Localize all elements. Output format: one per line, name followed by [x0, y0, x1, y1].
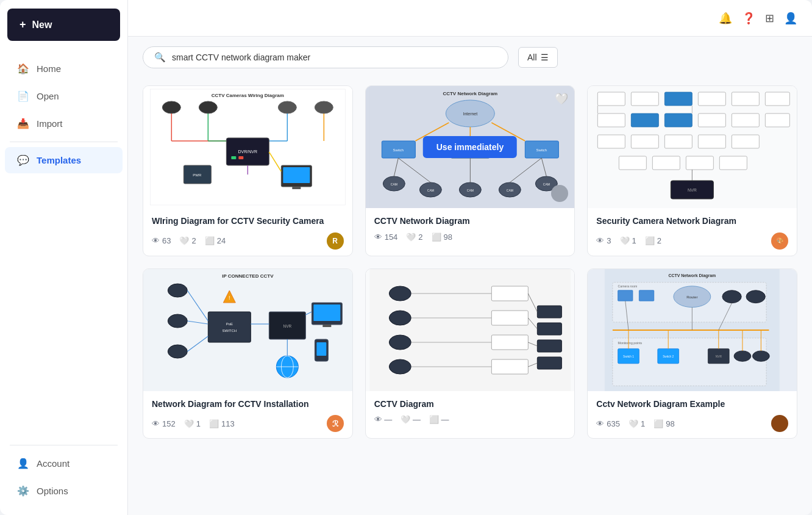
svg-text:CCTV Network Diagram: CCTV Network Diagram	[443, 91, 497, 96]
search-area: 🔍 All ☰	[128, 37, 812, 76]
svg-rect-91	[322, 325, 331, 327]
svg-rect-16	[238, 156, 243, 159]
svg-text:PWR: PWR	[193, 173, 202, 177]
views-stat-1: 👁 63	[152, 236, 171, 245]
search-input[interactable]	[172, 52, 497, 62]
views-stat-2: 👁 154	[374, 232, 398, 242]
sidebar-item-home[interactable]: 🏠 Home	[5, 56, 123, 82]
new-label: New	[32, 20, 52, 31]
template-title-1: WIring Diagram for CCTV Security Camera	[152, 215, 344, 228]
svg-rect-131	[639, 290, 654, 300]
svg-point-106	[389, 286, 411, 301]
template-stats-3: 👁 3 🤍 1 ⬜ 2	[596, 236, 661, 245]
new-button[interactable]: + New	[7, 9, 120, 41]
svg-point-107	[389, 311, 411, 325]
options-icon: ⚙️	[17, 485, 29, 497]
template-info-3: Security Camera Network Diagram 👁 3 🤍 1 …	[588, 208, 797, 256]
notification-icon[interactable]: 🔔	[719, 12, 732, 25]
svg-text:Internet: Internet	[463, 112, 477, 116]
svg-rect-57	[732, 92, 760, 106]
svg-point-2	[162, 101, 180, 113]
svg-rect-64	[766, 113, 790, 127]
views-stat-5: 👁 —	[374, 415, 393, 424]
sidebar-item-templates[interactable]: 💬 Templates	[5, 147, 123, 173]
svg-rect-56	[699, 92, 726, 106]
svg-rect-72	[686, 156, 714, 170]
use-immediately-button[interactable]: Use immediately	[423, 136, 518, 158]
copies-stat-3: ⬜ 2	[645, 236, 661, 245]
svg-rect-63	[732, 113, 760, 127]
svg-rect-55	[665, 92, 693, 106]
svg-point-5	[315, 101, 333, 113]
svg-rect-58	[766, 92, 790, 106]
template-card-6[interactable]: CCTV Network Diagram Camera room Router	[587, 268, 797, 439]
svg-text:Router: Router	[687, 294, 698, 298]
template-card-2[interactable]: CCTV Network Diagram Internet Switch Swi…	[365, 85, 575, 256]
svg-rect-15	[231, 156, 236, 159]
avatar-1: R	[327, 232, 344, 250]
svg-text:Switch: Switch	[536, 148, 547, 152]
svg-text:IP CONNECTED CCTV: IP CONNECTED CCTV	[222, 273, 274, 279]
svg-rect-71	[653, 156, 680, 170]
help-icon[interactable]: ❓	[742, 12, 755, 25]
views-stat-4: 👁 152	[152, 419, 176, 428]
template-thumb-2: CCTV Network Diagram Internet Switch Swi…	[366, 86, 575, 208]
template-info-4: Network Diagram for CCTV Installation 👁 …	[143, 391, 352, 439]
filter-button[interactable]: All ☰	[518, 47, 558, 68]
template-thumb-4: IP CONNECTED CCTV PoE SWITCH NVR	[143, 269, 352, 391]
sidebar-divider	[10, 142, 118, 142]
security-diagram-svg: NVR	[588, 86, 797, 208]
likes-stat-2: 🤍 2	[406, 232, 422, 242]
svg-rect-119	[537, 323, 561, 335]
svg-text:PoE: PoE	[226, 322, 233, 326]
sidebar-item-import[interactable]: 📥 Import	[5, 110, 123, 137]
svg-text:NVR: NVR	[716, 355, 722, 358]
template-card-4[interactable]: IP CONNECTED CCTV PoE SWITCH NVR	[143, 268, 353, 439]
svg-rect-61	[665, 113, 693, 127]
svg-text:Switch: Switch	[393, 148, 404, 152]
svg-text:CCTV Cameras Wiring Diagram: CCTV Cameras Wiring Diagram	[212, 93, 284, 98]
cctv-example-svg: CCTV Network Diagram Camera room Router	[588, 269, 797, 391]
likes-stat-5: 🤍 —	[401, 415, 421, 424]
svg-rect-67	[665, 135, 693, 148]
grid-icon[interactable]: ⊞	[765, 12, 774, 25]
svg-point-3	[199, 101, 217, 113]
sidebar-item-import-label: Import	[37, 118, 63, 129]
svg-text:!: !	[229, 295, 230, 301]
copies-stat-6: ⬜ 98	[654, 419, 674, 428]
copies-stat-4: ⬜ 113	[209, 419, 235, 428]
svg-rect-115	[491, 311, 528, 325]
sidebar-item-open[interactable]: 📄 Open	[5, 83, 123, 109]
svg-rect-60	[632, 113, 659, 127]
svg-text:NVR: NVR	[283, 324, 291, 328]
user-icon[interactable]: 👤	[784, 12, 797, 25]
template-title-5: CCTV Diagram	[374, 398, 566, 411]
template-card-3[interactable]: NVR Security Camera Network Diagram 👁 3 …	[587, 85, 797, 256]
sidebar-item-home-label: Home	[37, 63, 61, 74]
svg-rect-65	[598, 135, 625, 148]
svg-point-82	[168, 314, 187, 328]
sidebar-bottom-divider	[10, 445, 118, 445]
main-content: 🔔 ❓ ⊞ 👤 🔍 All ☰ CCTV Cameras Wiring Diag…	[128, 0, 812, 515]
template-stats-6: 👁 635 🤍 1 ⬜ 98	[596, 419, 674, 428]
open-icon: 📄	[17, 90, 29, 102]
svg-rect-54	[632, 92, 659, 106]
template-thumb-6: CCTV Network Diagram Camera room Router	[588, 269, 797, 391]
svg-rect-117	[491, 359, 528, 374]
svg-text:Monitoring points: Monitoring points	[618, 341, 643, 345]
sidebar-item-options[interactable]: ⚙️ Options	[5, 478, 123, 504]
template-card-1[interactable]: CCTV Cameras Wiring Diagram	[143, 85, 353, 256]
header-icons: 🔔 ❓ ⊞ 👤	[719, 12, 797, 25]
ip-cctv-diagram-svg: IP CONNECTED CCTV PoE SWITCH NVR	[143, 269, 352, 391]
template-card-5[interactable]: CCTV Diagram 👁 — 🤍 — ⬜ —	[365, 268, 575, 439]
sidebar-item-open-label: Open	[37, 91, 59, 101]
template-info-6: Cctv Network Diagram Example 👁 635 🤍 1 ⬜…	[588, 391, 797, 439]
sidebar-item-account[interactable]: 👤 Account	[5, 450, 123, 477]
svg-point-135	[746, 290, 765, 303]
svg-rect-130	[618, 290, 633, 300]
template-info-1: WIring Diagram for CCTV Security Camera …	[143, 208, 352, 256]
svg-text:CAM: CAM	[427, 189, 433, 192]
svg-text:CAM: CAM	[466, 189, 473, 192]
heart-icon-2[interactable]: 🤍	[555, 92, 568, 106]
svg-rect-59	[598, 113, 625, 127]
